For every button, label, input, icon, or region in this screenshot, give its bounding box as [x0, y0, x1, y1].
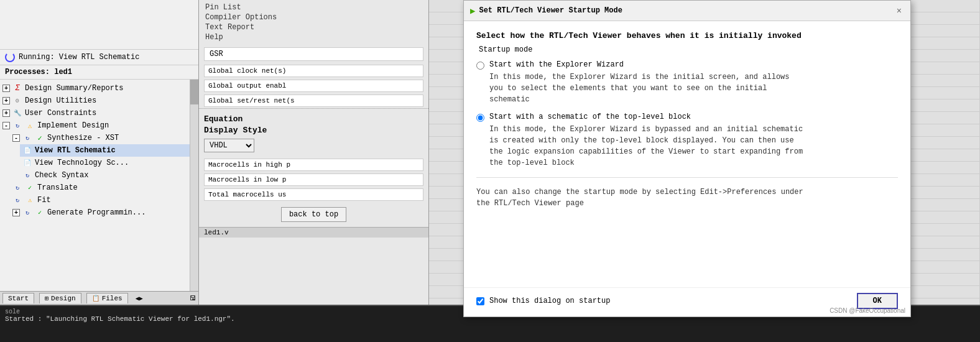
- radio-option-schematic: Start with a schematic of the top-level …: [476, 113, 898, 169]
- watermark: CSDN @FakeOccupational: [830, 307, 905, 314]
- dialog-overlay: ▶ Set RTL/Tech Viewer Startup Mode × Sel…: [0, 0, 980, 342]
- radio-wizard-input[interactable]: [476, 62, 484, 70]
- radio-wizard-desc: In this mode, the Explorer Wizard is the…: [489, 72, 789, 105]
- radio-wizard-label: Start with the Explorer Wizard: [489, 60, 789, 69]
- dialog-title: ▶ Set RTL/Tech Viewer Startup Mode: [470, 6, 622, 16]
- dialog-titlebar: ▶ Set RTL/Tech Viewer Startup Mode ×: [464, 1, 910, 21]
- dialog-heading: Select how the RTL/Tech Viewer behaves w…: [476, 31, 898, 40]
- show-startup-label: Show this dialog on startup: [489, 297, 610, 305]
- startup-mode-label: Startup mode: [476, 45, 898, 54]
- radio-schematic-desc: In this mode, the Explorer Wizard is byp…: [489, 124, 803, 169]
- dialog-close-button[interactable]: ×: [894, 4, 904, 17]
- dialog-title-icon: ▶: [470, 6, 475, 16]
- radio-option-wizard: Start with the Explorer Wizard In this m…: [476, 60, 898, 105]
- dialog-footer-text: You can also change the startup mode by …: [476, 187, 898, 209]
- show-startup-checkbox-row: Show this dialog on startup: [476, 297, 610, 305]
- dialog-separator: [476, 177, 898, 178]
- show-startup-checkbox[interactable]: [476, 297, 484, 305]
- dialog-title-text: Set RTL/Tech Viewer Startup Mode: [479, 6, 622, 15]
- dialog-body: Select how the RTL/Tech Viewer behaves w…: [464, 21, 910, 287]
- radio-schematic-input[interactable]: [476, 114, 484, 122]
- rtl-startup-dialog: ▶ Set RTL/Tech Viewer Startup Mode × Sel…: [463, 0, 911, 317]
- radio-schematic-label: Start with a schematic of the top-level …: [489, 113, 803, 121]
